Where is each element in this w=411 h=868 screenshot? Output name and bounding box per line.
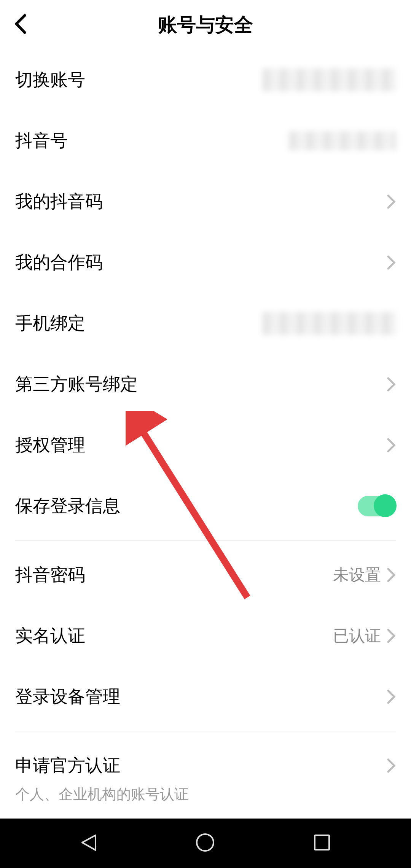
chevron-right-icon [387,255,396,270]
item-value: 未设置 [333,564,381,586]
chevron-right-icon [387,628,396,643]
redacted-value [289,131,396,150]
settings-list: 切换账号 抖音号 我的抖音码 我的合作码 手机绑定 第三 [0,49,411,812]
item-label: 手机绑定 [15,312,85,335]
list-item-my-douyin-code[interactable]: 我的抖音码 [15,171,396,232]
item-label: 登录设备管理 [15,685,120,709]
chevron-right-icon [387,194,396,209]
item-subtitle: 个人、企业机构的账号认证 [15,785,396,812]
item-label: 第三方账号绑定 [15,373,138,396]
divider [15,540,396,541]
divider [15,731,396,731]
circle-home-icon [195,832,216,853]
item-label: 我的合作码 [15,251,103,274]
list-item-my-coop-code[interactable]: 我的合作码 [15,232,396,293]
item-value: 已认证 [333,625,381,647]
triangle-back-icon [78,832,99,853]
redacted-value [263,312,396,335]
chevron-left-icon [13,14,29,35]
list-item-real-name[interactable]: 实名认证 已认证 [15,605,396,666]
item-label: 授权管理 [15,433,85,457]
list-item-save-login: 保存登录信息 [15,476,396,537]
item-label: 保存登录信息 [15,494,120,518]
item-label: 抖音密码 [15,563,85,587]
item-label: 我的抖音码 [15,190,103,213]
list-item-douyin-id[interactable]: 抖音号 [15,110,396,171]
toggle-switch[interactable] [358,496,396,516]
chevron-right-icon [387,689,396,704]
list-item-login-devices[interactable]: 登录设备管理 [15,666,396,727]
square-recent-icon [312,832,333,853]
page-title: 账号与安全 [11,12,400,38]
svg-rect-3 [315,835,329,850]
svg-point-2 [197,834,213,851]
system-nav-bar [0,819,411,868]
nav-home-button[interactable] [195,832,216,855]
chevron-right-icon [387,438,396,453]
nav-back-button[interactable] [78,832,99,855]
list-item-auth-management[interactable]: 授权管理 [15,415,396,476]
item-label: 申请官方认证 [15,754,120,777]
chevron-right-icon [387,567,396,583]
list-item-third-party[interactable]: 第三方账号绑定 [15,354,396,415]
item-label: 抖音号 [15,129,68,153]
list-item-phone-binding[interactable]: 手机绑定 [15,293,396,354]
chevron-right-icon [387,758,396,773]
redacted-value [263,68,396,91]
item-label: 实名认证 [15,624,85,648]
item-label: 切换账号 [15,68,85,92]
list-item-douyin-password[interactable]: 抖音密码 未设置 [15,545,396,605]
chevron-right-icon [387,377,396,392]
nav-recent-button[interactable] [312,832,333,855]
list-item-switch-account[interactable]: 切换账号 [15,49,396,110]
back-button[interactable] [13,14,29,36]
toggle-knob [374,494,397,517]
page-header: 账号与安全 [0,0,411,49]
